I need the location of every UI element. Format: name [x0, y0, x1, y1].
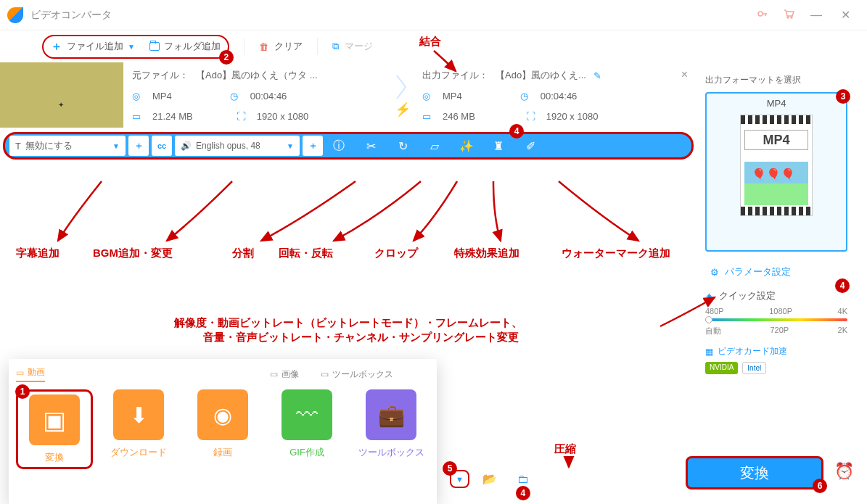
minimize-button[interactable]: — [802, 9, 831, 22]
tab-image[interactable]: ▭画像 [270, 366, 299, 382]
nvidia-badge: NVIDIA [705, 362, 738, 374]
intel-badge: Intel [742, 362, 766, 374]
svg-point-1 [787, 17, 789, 18]
cat-download[interactable]: ⬇ ダウンロード [100, 389, 177, 469]
resolution-icon: ⛶ [526, 111, 539, 122]
source-duration: 00:04:46 [250, 91, 287, 102]
convert-button[interactable]: 変換 6 [686, 456, 823, 489]
source-file-label: 元ファイル： [132, 69, 189, 82]
annotation-badge-3: 3 [836, 89, 850, 104]
output-format-box[interactable]: MP4 MP4 3 [705, 92, 847, 252]
image-icon: ▭ [270, 369, 278, 379]
cut-icon[interactable]: ✂ [355, 139, 387, 153]
clock-icon: ◷ [230, 91, 243, 102]
audio-track-value: English opus, 48 [196, 141, 260, 151]
key-icon[interactable] [749, 8, 776, 22]
open-folder-button[interactable]: 📂 [477, 472, 503, 486]
annotation-bgm: BGM追加・変更 [93, 247, 173, 260]
compress-button[interactable]: 🗀 [510, 473, 536, 486]
edit-pencil-icon[interactable]: ✎ [593, 70, 601, 81]
lightning-icon: ⚡ [395, 102, 411, 117]
annotation-split: 分割 [232, 247, 254, 260]
annotation-badge-5: 5 [443, 461, 457, 476]
format-icon: ◎ [422, 91, 435, 102]
output-format-title: 出力フォーマットを選択 [705, 74, 847, 86]
arrow-right-icon [395, 73, 410, 102]
annotation-badge-4: 4 [835, 278, 850, 293]
video-icon: ▭ [16, 368, 24, 378]
separator [317, 38, 318, 55]
watermark-text-icon[interactable]: ✐ [514, 139, 546, 153]
chevron-down-icon: ▼ [456, 475, 464, 484]
resolution-slider[interactable] [705, 318, 847, 321]
close-button[interactable]: ✕ [831, 8, 860, 22]
file-row: 元ファイル：【Ado】風のゆくえ（ウタ ... ◎MP4◷00:04:46 ▭2… [0, 62, 697, 128]
tab-toolbox[interactable]: ▭ツールボックス [321, 366, 393, 382]
add-audio-button[interactable]: ＋ [303, 136, 323, 156]
clock-icon: ◷ [520, 91, 533, 102]
toolbox-icon: 💼 [366, 389, 416, 440]
resolution-icon: ⛶ [237, 111, 250, 122]
text-icon: T [15, 141, 21, 152]
plus-icon: ＋ [51, 39, 62, 54]
source-size: 21.24 MB [152, 111, 193, 122]
app-logo-icon [7, 7, 23, 23]
annotation-merge: 結合 [419, 35, 441, 49]
rotate-icon[interactable]: ↻ [387, 139, 419, 153]
cat-record[interactable]: ◉ 録画 [184, 389, 261, 469]
annotation-compress: 圧縮 [554, 442, 576, 456]
remove-file-button[interactable]: × [681, 68, 688, 81]
cat-gif[interactable]: 〰 GIF作成 [268, 389, 345, 469]
watermark-stamp-icon[interactable]: ♜ [482, 139, 514, 153]
subtitle-value: 無効にする [25, 139, 73, 152]
cat-convert[interactable]: 1 ▣ 変換 [16, 389, 93, 469]
annotation-watermark: ウォーターマーク追加 [562, 247, 670, 260]
info-icon[interactable]: ⓘ [323, 139, 355, 154]
annotation-subtitle: 字幕追加 [16, 247, 59, 260]
annotation-badge-1: 1 [15, 384, 30, 399]
annotation-crop: クロップ [374, 247, 418, 260]
tab-video[interactable]: ▭動画 [16, 366, 45, 382]
app-title: ビデオコンバータ [30, 9, 749, 22]
toolbox-icon: ▭ [321, 369, 329, 379]
gpu-accel: ▦ ビデオカード加速 [705, 345, 847, 358]
annotation-badge-6: 6 [813, 479, 827, 493]
annotation-param-line2: 音量・音声ビットレート・チャンネル・サンプリングレート変更 [203, 331, 519, 344]
output-file-name: 【Ado】風のゆくえ... [496, 69, 586, 82]
category-popup: ▭動画 ▭画像 ▭ツールボックス 1 ▣ 変換 ⬇ ダウンロード ◉ 録画 〰 … [9, 359, 437, 504]
clock-icon[interactable]: ⏰ [834, 462, 854, 481]
output-path-dropdown[interactable]: ▼ 5 [450, 470, 469, 488]
format-preview-icon: MP4 [740, 115, 813, 216]
add-file-button[interactable]: ファイル追加 [67, 40, 123, 53]
chip-icon: ▦ [705, 347, 713, 357]
video-thumbnail[interactable] [0, 62, 123, 128]
annotation-badge-4: 4 [509, 124, 524, 139]
clear-button[interactable]: クリア [274, 40, 303, 53]
record-icon: ◉ [197, 389, 248, 440]
svg-point-2 [791, 17, 792, 18]
cat-toolbox[interactable]: 💼 ツールボックス [353, 389, 430, 469]
add-folder-button[interactable]: フォルダ追加 [164, 40, 221, 53]
merge-icon: ⧉ [332, 41, 339, 52]
trash-icon: 🗑 [259, 41, 268, 52]
output-format: MP4 [443, 91, 462, 102]
source-file-name: 【Ado】風のゆくえ（ウタ ... [196, 69, 318, 82]
output-file-label: 出力ファイル： [422, 69, 488, 82]
add-subtitle-button[interactable]: ＋ [128, 136, 149, 156]
subtitle-select[interactable]: T 無効にする ▼ [9, 136, 126, 156]
cart-icon[interactable] [776, 8, 802, 22]
merge-button[interactable]: マージ [345, 40, 373, 53]
gif-icon: 〰 [282, 389, 332, 440]
chevron-down-icon[interactable]: ▼ [128, 43, 135, 51]
gpu-badges: NVIDIA Intel [705, 362, 847, 374]
cc-button[interactable]: cc [152, 136, 172, 156]
audio-track-select[interactable]: 🔊 English opus, 48 ▼ [175, 136, 300, 156]
effect-icon[interactable]: ✨ [451, 139, 482, 153]
output-size: 246 MB [443, 111, 475, 122]
quick-icon: ✦ [705, 291, 713, 302]
crop-icon[interactable]: ▱ [419, 139, 451, 153]
speaker-icon: 🔊 [181, 141, 192, 151]
parameter-settings-button[interactable]: ⚙ パラメータ設定 4 [705, 260, 847, 284]
source-resolution: 1920 x 1080 [257, 111, 309, 122]
convert-icon: ▣ [29, 394, 80, 445]
